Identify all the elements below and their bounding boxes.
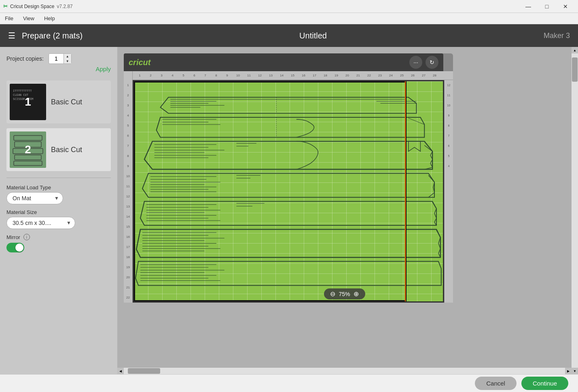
ruler-rv-tick: 9 (445, 110, 453, 121)
title-bar: ✂ Cricut Design Space v7.2.87 — □ ✕ (0, 0, 578, 13)
bottom-bar: Cancel Continue (0, 374, 578, 392)
ruler-tick: 23 (375, 74, 385, 77)
app-icon: ✂ (3, 3, 8, 9)
ruler-v-tick: 19 (124, 262, 132, 272)
ruler-v-tick: 11 (124, 181, 132, 191)
menu-view[interactable]: View (21, 15, 36, 22)
menu-file[interactable]: File (3, 15, 15, 22)
scroll-right-button[interactable]: ▶ (565, 368, 572, 374)
menu-help[interactable]: Help (42, 15, 57, 22)
cancel-button[interactable]: Cancel (475, 377, 517, 390)
zoom-out-button[interactable]: ⊖ (328, 290, 337, 298)
app-header-left: ☰ Prepare (2 mats) (8, 31, 83, 40)
ruler-v-tick: 12 (124, 191, 132, 201)
document-title: Untitled (299, 31, 327, 40)
ruler-tick: 10 (233, 74, 243, 77)
apply-button[interactable]: Apply (95, 66, 111, 72)
ruler-v-tick: 6 (124, 131, 132, 141)
hamburger-menu[interactable]: ☰ (8, 31, 15, 40)
mat-refresh-button[interactable]: ↻ (426, 56, 438, 69)
maximize-button[interactable]: □ (538, 0, 556, 13)
material-size-label: Material Size (6, 209, 111, 215)
canvas-area: ▲ ▼ ◀ ▶ cricut · (117, 47, 578, 374)
scroll-thumb-v[interactable] (572, 57, 578, 82)
ruler-tick: 14 (276, 74, 287, 77)
machine-name: Maker 3 (544, 32, 570, 40)
continue-button[interactable]: Continue (521, 377, 568, 390)
copies-input[interactable] (49, 55, 64, 63)
mirror-row: Mirror i (6, 234, 111, 240)
title-bar-left: ✂ Cricut Design Space v7.2.87 (3, 3, 73, 9)
ruler-v-tick: 3 (124, 100, 132, 110)
scroll-left-button[interactable]: ◀ (117, 368, 124, 374)
ruler-tick: 8 (211, 74, 222, 77)
mat-number-1: 1 (25, 95, 31, 108)
scroll-up-button[interactable]: ▲ (572, 47, 578, 53)
ruler-tick: 7 (200, 74, 211, 77)
close-button[interactable]: ✕ (556, 0, 575, 13)
ruler-tick: 21 (353, 74, 364, 77)
material-load-select[interactable]: On Mat Without Mat (6, 192, 63, 204)
ruler-v-tick: 17 (124, 242, 132, 252)
ruler-v-tick: 2 (124, 90, 132, 100)
ruler-v-tick: 1 (124, 80, 132, 90)
title-bar-controls: — □ ✕ (519, 0, 575, 13)
zoom-controls: ⊖ 75% ⊕ (324, 288, 365, 299)
project-copies-section: Project copies: ▲ ▼ Apply (6, 53, 111, 76)
scroll-down-button[interactable]: ▼ (572, 368, 578, 374)
scroll-thumb-h[interactable] (128, 368, 160, 374)
vertical-scrollbar[interactable]: ▲ ▼ (572, 47, 578, 374)
menu-bar: File View Help (0, 13, 578, 24)
ruler-v-tick: 7 (124, 141, 132, 151)
zoom-in-button[interactable]: ⊕ (352, 290, 360, 298)
sidebar-divider (6, 178, 111, 178)
mat-panel: cricut ··· ↻ 1 2 3 (124, 53, 453, 303)
ruler-tick: 12 (254, 74, 265, 77)
ruler-right: 12 11 10 9 8 7 6 5 4 (444, 71, 453, 303)
mat-thumbnail-2: 2 (10, 131, 46, 168)
material-size-select[interactable]: 30.5 cm x 30.... 12 in x 12 in (6, 217, 75, 229)
ruler-v-tick: 18 (124, 252, 132, 262)
material-size-section: Material Size 30.5 cm x 30.... 12 in x 1… (6, 209, 111, 229)
material-load-select-wrapper: On Mat Without Mat ▼ (6, 192, 63, 204)
mat-card-2[interactable]: 2 Basic Cut (6, 128, 111, 171)
material-size-select-wrapper: 30.5 cm x 30.... 12 in x 12 in ▼ (6, 217, 75, 229)
copies-input-wrapper: ▲ ▼ (49, 53, 72, 64)
ruler-v-tick: 15 (124, 222, 132, 232)
scroll-track-v[interactable] (572, 53, 578, 368)
ruler-tick: 13 (265, 74, 276, 77)
horizontal-scrollbar[interactable]: ◀ ▶ (117, 368, 572, 374)
scroll-track-h[interactable] (124, 368, 565, 374)
canvas-content: cricut ··· ↻ 1 2 3 (117, 47, 572, 368)
ruler-tick: 2 (145, 74, 156, 77)
app-version: v7.2.87 (57, 4, 72, 9)
ruler-v-tick: 14 (124, 212, 132, 222)
mat-card-1[interactable]: 1 ITTTTTTTTTT CLEAN CUT SCISSOR ITEM Bas… (6, 81, 111, 123)
material-load-section: Material Load Type On Mat Without Mat ▼ (6, 184, 111, 204)
copies-up-button[interactable]: ▲ (64, 54, 71, 59)
project-copies-label: Project copies: (6, 55, 44, 62)
app-header: ☰ Prepare (2 mats) Untitled Maker 3 (0, 24, 578, 47)
mirror-label: Mirror (6, 234, 20, 240)
ruler-tick: 3 (156, 74, 167, 77)
ruler-rv-tick: 6 (445, 141, 453, 151)
minimize-button[interactable]: — (519, 0, 538, 13)
cricut-logo: cricut (129, 58, 150, 67)
copies-down-button[interactable]: ▼ (64, 59, 71, 64)
ruler-tick: 5 (178, 74, 189, 77)
main-layout: Project copies: ▲ ▼ Apply 1 (0, 47, 578, 374)
mat-thumbnail-1: 1 ITTTTTTTTTT CLEAN CUT SCISSOR ITEM (10, 84, 46, 120)
ruler-tick: 1 (134, 74, 145, 77)
ruler-tick: 4 (167, 74, 178, 77)
mirror-toggle[interactable] (6, 243, 24, 252)
mat-menu-button[interactable]: ··· (409, 56, 422, 69)
ruler-tick: 27 (418, 74, 429, 77)
ruler-tick: 25 (396, 74, 407, 77)
ruler-mat-wrapper: 1 2 3 4 5 6 7 8 9 10 11 (124, 71, 453, 303)
ruler-v-tick: 9 (124, 161, 132, 171)
mirror-toggle-knob (15, 244, 23, 252)
app-title: Cricut Design Space (10, 4, 54, 9)
mat-label-2: Basic Cut (51, 146, 82, 154)
mirror-info-icon[interactable]: i (23, 234, 30, 240)
canvas-inner: cricut ··· ↻ 1 2 3 (117, 47, 572, 309)
